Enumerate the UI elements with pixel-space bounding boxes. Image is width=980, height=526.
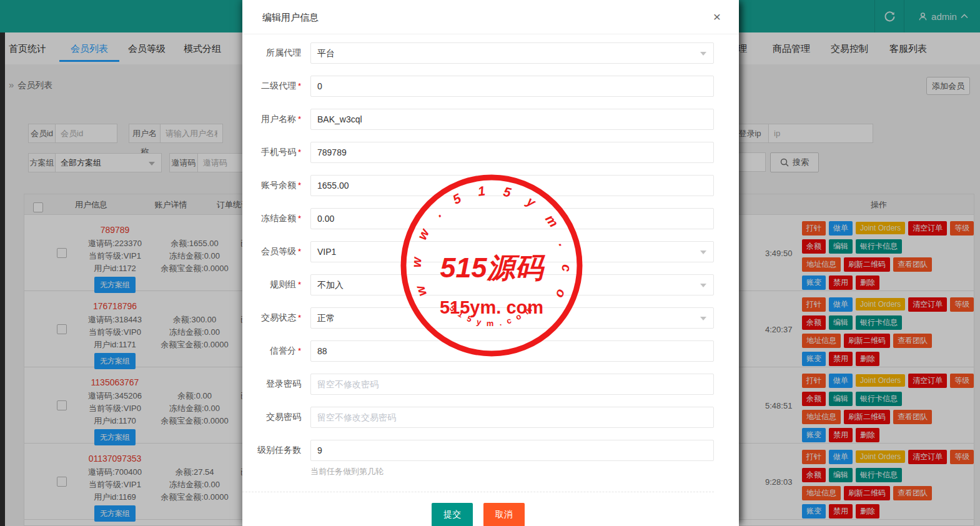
trade-status-select[interactable]: 正常 [310, 307, 714, 329]
field-label: 会员等级* [242, 246, 301, 257]
field-label: 交易状态* [242, 312, 301, 324]
second-agent-input[interactable] [310, 76, 714, 97]
agent-value: 平台 [317, 48, 335, 58]
rule-group-value: 不加入 [317, 280, 344, 290]
modal-title: 编辑用户信息 × [242, 0, 739, 34]
login-password-input[interactable] [310, 374, 714, 395]
close-icon[interactable]: × [709, 9, 725, 25]
member-level-value: VIP1 [317, 247, 336, 257]
chevron-down-icon [700, 52, 706, 56]
field-label: 用户名称* [242, 114, 301, 125]
credit-score-input[interactable] [310, 340, 714, 362]
required-star: * [298, 181, 301, 190]
field-label: 交易密码 [242, 412, 301, 423]
required-star: * [298, 280, 301, 289]
field-label: 登录密码 [242, 379, 301, 390]
frozen-amount-input[interactable] [310, 208, 714, 229]
field-label: 信誉分* [242, 345, 301, 357]
chevron-down-icon [700, 317, 706, 320]
app-window: admin 首页统计 会员列表 会员等级 模式分组 管理 商品管理 交易控制 客… [0, 0, 980, 526]
required-star: * [298, 214, 301, 223]
trade-status-value: 正常 [317, 313, 335, 323]
field-label: 二级代理* [242, 81, 301, 92]
modal-footer: 提交 取消 [242, 492, 714, 526]
chevron-down-icon [700, 251, 706, 254]
field-label: 所属代理 [242, 47, 301, 59]
level-task-input[interactable] [310, 440, 714, 461]
trade-password-input[interactable] [310, 407, 714, 428]
edit-user-modal: 编辑用户信息 × 所属代理 平台 二级代理* 用户名称* 手机号码* 账号余额*… [242, 0, 739, 526]
cancel-button[interactable]: 取消 [483, 503, 525, 526]
field-hint: 当前任务做到第几轮 [310, 466, 714, 477]
required-star: * [298, 114, 301, 124]
rule-group-select[interactable]: 不加入 [310, 274, 714, 295]
modal-form: 所属代理 平台 二级代理* 用户名称* 手机号码* 账号余额* 冻结金额* 会员… [242, 34, 739, 526]
required-star: * [298, 346, 301, 355]
member-level-select[interactable]: VIP1 [310, 241, 714, 262]
field-label: 冻结金额* [242, 213, 301, 224]
balance-input[interactable] [310, 175, 714, 196]
phone-input[interactable] [310, 142, 714, 163]
modal-title-text: 编辑用户信息 [262, 12, 319, 22]
required-star: * [298, 147, 301, 157]
required-star: * [298, 313, 301, 322]
field-label: 账号余额* [242, 180, 301, 191]
chevron-down-icon [700, 284, 706, 287]
submit-button[interactable]: 提交 [432, 503, 473, 526]
field-label: 级别任务数 [242, 440, 301, 456]
field-label: 规则组* [242, 279, 301, 290]
field-label: 手机号码* [242, 147, 301, 158]
required-star: * [298, 247, 301, 256]
username-input[interactable] [310, 109, 714, 130]
required-star: * [298, 81, 301, 91]
agent-select[interactable]: 平台 [310, 42, 714, 64]
